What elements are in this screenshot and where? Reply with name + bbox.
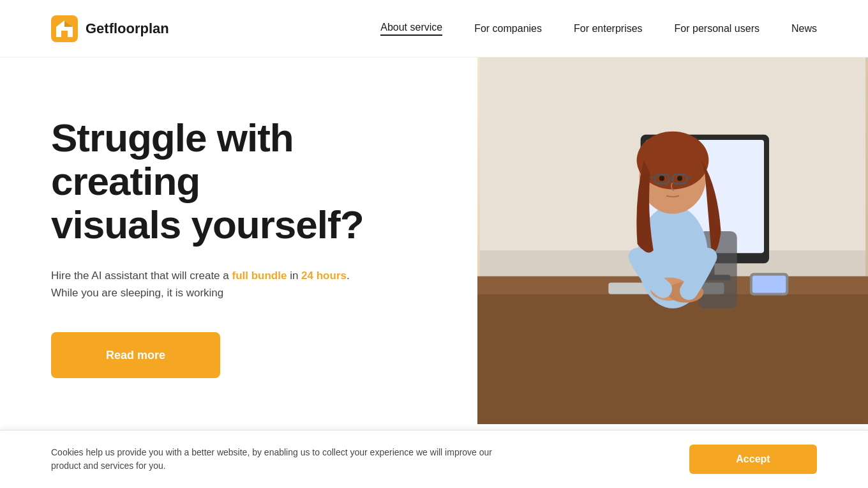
- nav-item-enterprises[interactable]: For enterprises: [574, 23, 643, 34]
- main-nav: About service For companies For enterpri…: [380, 22, 817, 36]
- nav-item-about[interactable]: About service: [380, 22, 442, 36]
- hero-illustration: [477, 57, 868, 424]
- hero-background: [477, 57, 868, 424]
- svg-point-23: [659, 176, 664, 181]
- logo-icon: [51, 15, 78, 42]
- cookie-banner: Cookies help us provide you with a bette…: [0, 430, 868, 488]
- logo-text: Getfloorplan: [86, 20, 169, 37]
- cookie-text: Cookies help us provide you with a bette…: [51, 446, 498, 473]
- hero-image: [477, 57, 868, 424]
- hero-content: Struggle with creating visuals yourself?…: [0, 57, 477, 424]
- nav-item-companies[interactable]: For companies: [474, 23, 542, 34]
- nav-item-personal[interactable]: For personal users: [675, 23, 760, 34]
- logo[interactable]: Getfloorplan: [51, 15, 169, 42]
- hero-title: Struggle with creating visuals yourself?: [51, 116, 426, 247]
- svg-rect-1: [61, 31, 68, 37]
- svg-rect-5: [477, 294, 868, 424]
- hero-subtitle: Hire the AI assistant that will create a…: [51, 267, 357, 301]
- header: Getfloorplan About service For companies…: [0, 0, 868, 57]
- svg-point-24: [677, 176, 682, 181]
- read-more-button[interactable]: Read more: [51, 332, 220, 378]
- svg-rect-12: [752, 275, 786, 293]
- hero-section: Struggle with creating visuals yourself?…: [0, 57, 868, 424]
- nav-item-news[interactable]: News: [791, 23, 817, 34]
- accept-button[interactable]: Accept: [689, 445, 817, 474]
